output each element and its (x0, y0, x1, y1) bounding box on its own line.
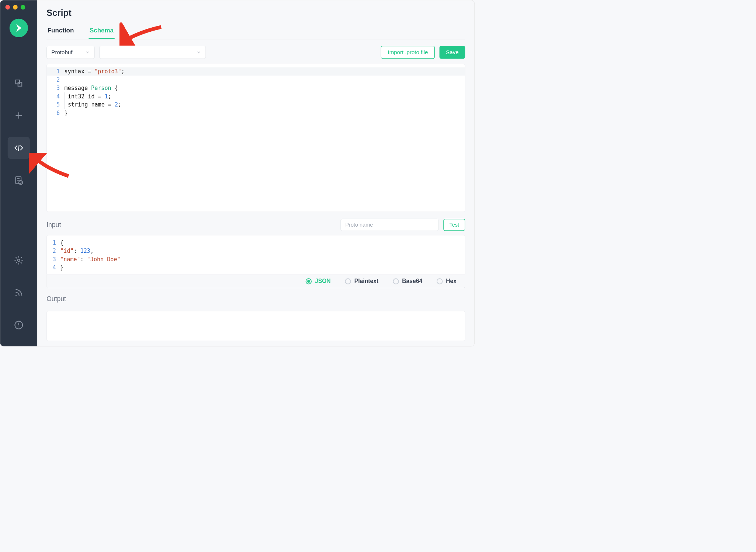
sidebar-item-alert[interactable] (8, 314, 30, 336)
output-header: Output (46, 295, 465, 303)
svg-line-4 (18, 145, 19, 151)
window-controls (5, 5, 25, 10)
output-editor[interactable] (46, 311, 465, 341)
svg-point-9 (18, 259, 20, 261)
sidebar-item-feed[interactable] (8, 282, 30, 304)
input-header: Input Test (46, 219, 465, 231)
main-content: Script Function Schema Protobuf Import .… (37, 0, 474, 346)
radio-icon (393, 278, 399, 284)
encoding-hex[interactable]: Hex (437, 278, 457, 284)
radio-icon (437, 278, 443, 284)
minimize-icon[interactable] (13, 5, 18, 10)
radio-icon (306, 278, 312, 284)
sidebar-item-schedule[interactable] (8, 169, 30, 191)
close-icon[interactable] (5, 5, 10, 10)
document-clock-icon (14, 176, 23, 185)
page-title: Script (46, 8, 465, 18)
app-logo[interactable] (10, 19, 28, 37)
chevron-down-icon (85, 50, 90, 55)
sidebar-item-settings[interactable] (8, 249, 30, 271)
alert-icon (14, 321, 23, 330)
app-window: Script Function Schema Protobuf Import .… (0, 0, 475, 346)
proto-name-input[interactable] (340, 219, 438, 231)
svg-point-13 (18, 326, 19, 327)
sidebar-item-copy[interactable] (8, 72, 30, 94)
svg-point-10 (15, 295, 17, 296)
chevron-down-icon (196, 50, 201, 55)
tab-schema[interactable]: Schema (89, 27, 114, 39)
input-title: Input (46, 221, 336, 228)
output-title: Output (46, 295, 465, 303)
settings-icon (14, 256, 23, 265)
logo-icon (14, 23, 24, 33)
import-proto-button[interactable]: Import .proto file (381, 46, 435, 59)
format-select-value: Protobuf (51, 49, 72, 56)
schema-editor[interactable]: 1syntax = "proto3"; 2 3message Person { … (46, 64, 465, 212)
save-button[interactable]: Save (440, 46, 465, 59)
input-editor[interactable]: 1{ 2"id": 123, 3"name": "John Doe" 4} (46, 235, 465, 275)
rss-icon (14, 288, 23, 297)
maximize-icon[interactable] (21, 5, 25, 10)
code-icon (14, 143, 23, 153)
format-select[interactable]: Protobuf (46, 46, 95, 59)
plus-icon (14, 111, 23, 120)
encoding-base64[interactable]: Base64 (393, 278, 422, 284)
test-button[interactable]: Test (443, 219, 465, 231)
tab-function[interactable]: Function (46, 27, 75, 39)
encoding-radio-group: JSON Plaintext Base64 Hex (46, 275, 465, 289)
schema-toolbar: Protobuf Import .proto file Save (46, 46, 465, 59)
tab-bar: Function Schema (46, 27, 465, 39)
sidebar-item-script[interactable] (8, 137, 30, 159)
sidebar-item-new[interactable] (8, 104, 30, 126)
sidebar (0, 0, 37, 346)
encoding-json[interactable]: JSON (306, 278, 331, 284)
radio-icon (345, 278, 351, 284)
encoding-plaintext[interactable]: Plaintext (345, 278, 379, 284)
secondary-select[interactable] (99, 46, 206, 59)
copy-icon (14, 78, 23, 88)
